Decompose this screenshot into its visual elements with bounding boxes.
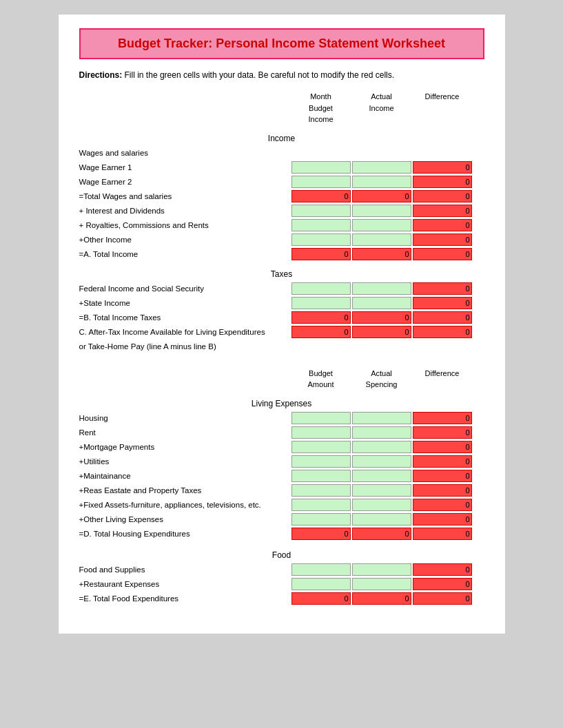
cell-c2[interactable]	[352, 499, 411, 511]
cell-c2[interactable]	[352, 426, 411, 439]
cell-c2[interactable]	[352, 282, 411, 295]
cell-c1[interactable]	[291, 563, 351, 576]
row-label: =D. Total Housing Expenditures	[79, 530, 291, 538]
cell-c1[interactable]	[291, 470, 351, 482]
row-cells: 0	[291, 205, 484, 217]
cell-c2[interactable]	[352, 412, 411, 424]
table-row: +State Income0	[79, 296, 484, 310]
row-label: +Fixed Assets-furniture, appliances, tel…	[79, 501, 291, 509]
cell-c3: 0	[413, 297, 472, 309]
row-label: Federal Income and Social Security	[79, 284, 291, 293]
row-label: +Maintainance	[79, 472, 291, 480]
table-row: +Mortgage Payments0	[79, 440, 484, 454]
cell-c3: 0	[413, 499, 472, 511]
cell-c2[interactable]	[352, 563, 411, 576]
cell-c2[interactable]	[352, 484, 411, 497]
row-cells: 000	[291, 592, 484, 605]
cell-c2: 0	[352, 248, 411, 260]
row-label: Food and Supplies	[79, 565, 291, 574]
living-col1-header: Budget Amount	[291, 368, 351, 391]
cell-c2[interactable]	[352, 161, 411, 174]
cell-c3: 0	[413, 592, 472, 605]
cell-c1[interactable]	[291, 455, 351, 468]
row-label: +Reas Eastate and Property Taxes	[79, 486, 291, 495]
row-cells: 000	[291, 528, 484, 540]
row-cells: 0	[291, 499, 484, 511]
cell-c1[interactable]	[291, 499, 351, 511]
cell-c2[interactable]	[352, 470, 411, 482]
food-section-title: Food	[79, 550, 484, 560]
cell-c2[interactable]	[352, 441, 411, 453]
table-row: Food and Supplies0	[79, 563, 484, 576]
cell-c2[interactable]	[352, 233, 411, 246]
cell-c3: 0	[413, 441, 472, 453]
cell-c1[interactable]	[291, 297, 351, 309]
row-cells: 0	[291, 578, 484, 590]
row-label: =A. Total Income	[79, 250, 291, 258]
cell-c1[interactable]	[291, 205, 351, 217]
cell-c1[interactable]	[291, 176, 351, 188]
cell-c3: 0	[413, 426, 472, 439]
cell-c1[interactable]	[291, 578, 351, 590]
cell-c1[interactable]	[291, 233, 351, 246]
cell-c3: 0	[413, 326, 472, 338]
row-label: Housing	[79, 414, 291, 422]
table-row: Wage Earner 20	[79, 175, 484, 189]
taxes-section-title: Taxes	[79, 269, 484, 279]
cell-c2[interactable]	[352, 578, 411, 590]
row-label: +State Income	[79, 299, 291, 307]
row-cells: 000	[291, 190, 484, 202]
row-label: =B. Total Income Taxes	[79, 313, 291, 322]
table-row: +Utilities0	[79, 455, 484, 468]
row-label: or Take-Home Pay (line A minus line B)	[79, 342, 291, 351]
table-row: +Reas Eastate and Property Taxes0	[79, 483, 484, 497]
cell-c1[interactable]	[291, 282, 351, 295]
row-cells: 0	[291, 297, 484, 309]
row-label: +Other Living Expenses	[79, 515, 291, 523]
row-label: Rent	[79, 428, 291, 437]
cell-c1: 0	[291, 592, 351, 605]
row-label: +Other Income	[79, 236, 291, 244]
living-col2-header: Actual Spencing	[352, 368, 411, 391]
table-row: =Total Wages and salaries000	[79, 189, 484, 203]
cell-c2[interactable]	[352, 455, 411, 468]
row-label: +Utilities	[79, 457, 291, 466]
cell-c1[interactable]	[291, 219, 351, 231]
cell-c2[interactable]	[352, 205, 411, 217]
directions-text: Directions: Fill in the green cells with…	[79, 70, 484, 80]
cell-c1[interactable]	[291, 484, 351, 497]
directions-label: Directions:	[79, 70, 123, 80]
cell-c3: 0	[413, 219, 472, 231]
cell-c1[interactable]	[291, 513, 351, 526]
cell-c2[interactable]	[352, 176, 411, 188]
cell-c2: 0	[352, 326, 411, 338]
cell-c1[interactable]	[291, 426, 351, 439]
income-section-title: Income	[79, 134, 484, 143]
table-row: =B. Total Income Taxes000	[79, 311, 484, 324]
row-label: +Restaurant Expenses	[79, 580, 291, 588]
cell-c3: 0	[413, 282, 472, 295]
cell-c2: 0	[352, 190, 411, 202]
cell-c2[interactable]	[352, 513, 411, 526]
cell-c2[interactable]	[352, 297, 411, 309]
cell-c1: 0	[291, 528, 351, 540]
cell-c3: 0	[413, 563, 472, 576]
cell-c1[interactable]	[291, 412, 351, 424]
cell-c1[interactable]	[291, 161, 351, 174]
row-label: Wage Earner 2	[79, 178, 291, 186]
cell-c2	[352, 340, 411, 353]
cell-c2: 0	[352, 592, 411, 605]
directions-body: Fill in the green cells with your data. …	[125, 70, 395, 80]
cell-c1	[291, 147, 351, 159]
cell-c3: 0	[413, 233, 472, 246]
cell-c2[interactable]	[352, 219, 411, 231]
cell-c3: 0	[413, 311, 472, 324]
table-row: Housing0	[79, 411, 484, 425]
cell-c1[interactable]	[291, 441, 351, 453]
row-cells: 0	[291, 219, 484, 231]
row-label: C. After-Tax Income Available for Living…	[79, 328, 291, 336]
cell-c3: 0	[413, 578, 472, 590]
row-label: +Mortgage Payments	[79, 443, 291, 451]
cell-c3: 0	[413, 528, 472, 540]
cell-c3: 0	[413, 176, 472, 188]
